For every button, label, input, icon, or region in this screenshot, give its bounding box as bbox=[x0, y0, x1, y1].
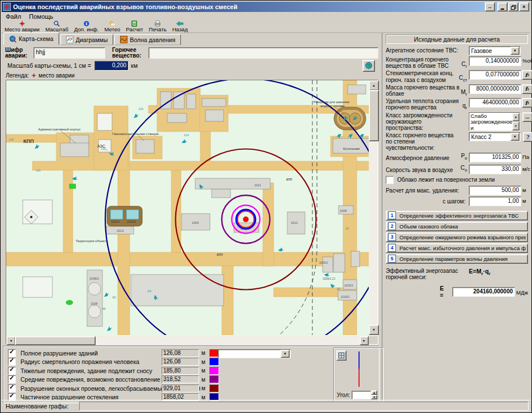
scale-button[interactable]: Масштаб bbox=[43, 21, 72, 32]
status-bar: Наименование графы: bbox=[2, 400, 530, 411]
legend-row: Легенда: место аварии bbox=[2, 71, 382, 79]
weather-button[interactable]: Метео bbox=[102, 21, 123, 32]
vscroll-thumb[interactable] bbox=[369, 90, 379, 141]
results-combobox[interactable]: ▼ bbox=[218, 349, 291, 358]
result-checkbox[interactable]: ✓ bbox=[8, 349, 16, 357]
chevron-down-icon[interactable]: ▼ bbox=[281, 350, 290, 358]
result-row: ✓ Полное разрушение зданий 126,08 м bbox=[3, 349, 379, 357]
restore-button[interactable] bbox=[508, 2, 518, 11]
hscroll-thumb[interactable] bbox=[15, 336, 96, 345]
svg-text:110: 110 bbox=[9, 138, 14, 141]
result-checkbox[interactable]: ✓ bbox=[8, 358, 16, 366]
svg-text:42: 42 bbox=[112, 296, 116, 299]
grid-button[interactable] bbox=[336, 350, 347, 361]
help-button[interactable]: ? bbox=[523, 132, 532, 142]
step5-button[interactable]: 5 Определение параметров волны давления bbox=[386, 254, 528, 264]
fuel-label: Горючее вещество: bbox=[112, 47, 149, 59]
menu-file[interactable]: Файл bbox=[2, 13, 25, 21]
map-viewport[interactable]: КППАдминистративный корпусАЗСГазонаполни… bbox=[6, 80, 378, 345]
direction-indicator bbox=[358, 351, 360, 387]
sound-speed-input[interactable]: 330,00 bbox=[469, 165, 521, 174]
more-button[interactable]: ... bbox=[522, 112, 532, 122]
heat-input[interactable]: 46400000,000 bbox=[469, 98, 521, 108]
radius-value: 126,08 bbox=[162, 349, 199, 357]
energy-e-label: Е = bbox=[440, 285, 448, 298]
accident-code-field[interactable]: hhjj bbox=[34, 47, 105, 59]
step2-button[interactable]: 2 Объем газового облака bbox=[386, 222, 528, 231]
scroll-left-button[interactable]: ◄ bbox=[6, 336, 15, 345]
chevron-down-icon[interactable]: ▼ bbox=[510, 47, 519, 55]
svg-text:114: 114 bbox=[184, 133, 189, 137]
tab-pressure-wave[interactable]: Волна давления bbox=[114, 34, 181, 45]
field-row-heat: Удельная теплота сгорания горючего вещес… bbox=[386, 98, 528, 111]
concentration-input[interactable]: 0,140000000 bbox=[469, 56, 521, 66]
pressure-input[interactable]: 101325,00 bbox=[469, 153, 521, 162]
energy-value: 204160,000000 bbox=[452, 287, 515, 297]
map-vertical-scrollbar[interactable]: ▲ ▼ bbox=[369, 80, 378, 335]
menu-help[interactable]: Помощь bbox=[25, 13, 57, 21]
svg-text:112: 112 bbox=[101, 147, 106, 150]
svg-text:КПП: КПП bbox=[23, 138, 34, 144]
mass-input[interactable]: 8000,000000000 bbox=[469, 84, 521, 94]
field-row-state: Агрегатное состояние ТВС: Газовое ▼ bbox=[386, 46, 528, 55]
formula-button[interactable]: fx bbox=[522, 70, 532, 80]
formula-button[interactable]: fx bbox=[522, 98, 532, 108]
field-row-pressure: Атмосферное давление Ро 101325,00 Па bbox=[386, 153, 528, 162]
ground-cloud-checkbox[interactable]: ✓ bbox=[386, 176, 394, 184]
svg-text:Административный корпус: Административный корпус bbox=[38, 128, 80, 131]
stoichiometric-input[interactable]: 0,077000000 bbox=[469, 70, 521, 80]
result-checkbox[interactable]: ✓ bbox=[8, 367, 16, 375]
tvs-state-select[interactable]: Газовое ▼ bbox=[469, 46, 521, 55]
fuel-field[interactable] bbox=[149, 47, 378, 59]
result-checkbox[interactable]: ✓ bbox=[8, 375, 16, 383]
chevron-down-icon[interactable]: ▼ bbox=[510, 133, 519, 141]
results-panel: ✓ Полное разрушение зданий 126,08 м ✓ Ра… bbox=[3, 346, 380, 403]
max-distance-input[interactable]: 500,00 bbox=[469, 186, 521, 195]
scroll-down-button[interactable]: ▼ bbox=[369, 325, 379, 335]
title-bar[interactable]: Оценка последствий аварийных взрывов топ… bbox=[2, 2, 530, 12]
step3-button[interactable]: 3 Определение ожидаемого режима взрывног… bbox=[386, 232, 528, 242]
energy-formula: E=Mг·qг bbox=[469, 268, 490, 280]
angle-input[interactable] bbox=[352, 391, 371, 399]
step-input[interactable]: 1,00 bbox=[469, 197, 521, 206]
grid-icon bbox=[339, 353, 344, 358]
accident-code-label: Шифр аварии: bbox=[5, 47, 34, 59]
svg-text:Резервуар для хранения: Резервуар для хранения bbox=[314, 100, 349, 104]
color-swatch bbox=[209, 385, 219, 392]
calculate-button[interactable]: Расчет bbox=[123, 21, 146, 32]
tab-strip: Карта-схема Диаграммы Волна давлени bbox=[2, 33, 382, 45]
radius-value: 929,01 bbox=[162, 385, 199, 392]
svg-text:1005/1: 1005/1 bbox=[323, 277, 332, 280]
additional-info-button[interactable]: i Доп. инф. bbox=[71, 21, 101, 32]
tab-map[interactable]: Карта-схема bbox=[3, 32, 59, 45]
formula-button[interactable]: fx bbox=[522, 84, 532, 94]
accident-location-button[interactable]: Место аварии bbox=[2, 21, 43, 32]
resize-button[interactable]: ↔ bbox=[485, 2, 495, 11]
scale-input[interactable]: 0,200 bbox=[94, 61, 129, 71]
result-checkbox[interactable]: ✓ bbox=[8, 385, 16, 392]
menu-bar: Файл Помощь bbox=[2, 12, 530, 21]
close-button[interactable]: × bbox=[519, 2, 529, 11]
step1-button[interactable]: 1 Определение эффективного энергозапаса … bbox=[386, 211, 528, 220]
angle-spinner[interactable]: ▲ ▼ bbox=[371, 390, 377, 399]
pressure-wave-icon bbox=[120, 36, 127, 43]
site-map[interactable]: КППАдминистративный корпусАЗСГазонаполни… bbox=[6, 80, 369, 335]
sensitivity-class-select[interactable]: Класс 2 ▼ bbox=[469, 132, 521, 141]
color-swatch bbox=[209, 358, 219, 366]
panel-header: Исходные данные для расчета bbox=[386, 34, 528, 44]
congestion-class-select[interactable]: Слабо загроможденное и ▲ ▼ bbox=[469, 112, 520, 131]
step4-button[interactable]: 4 Расчет макс. избыточного давления и им… bbox=[386, 243, 528, 253]
scroll-right-button[interactable]: ► bbox=[360, 336, 369, 345]
spin-down-icon: ▼ bbox=[371, 395, 377, 399]
minimize-button[interactable] bbox=[497, 2, 508, 11]
tab-diagrams[interactable]: Диаграммы bbox=[60, 34, 113, 45]
scrollbar-corner bbox=[369, 336, 378, 344]
svg-text:i: i bbox=[86, 21, 88, 26]
svg-text:22: 22 bbox=[332, 277, 336, 280]
scroll-up-button[interactable]: ▲ bbox=[369, 80, 379, 91]
back-button[interactable]: Назад bbox=[170, 21, 191, 32]
map-horizontal-scrollbar[interactable]: ◄ ► bbox=[6, 336, 369, 344]
congestion-spinner[interactable]: ▲ ▼ bbox=[512, 113, 519, 130]
print-button[interactable]: Печать bbox=[146, 21, 170, 32]
globe-button[interactable] bbox=[362, 60, 375, 72]
